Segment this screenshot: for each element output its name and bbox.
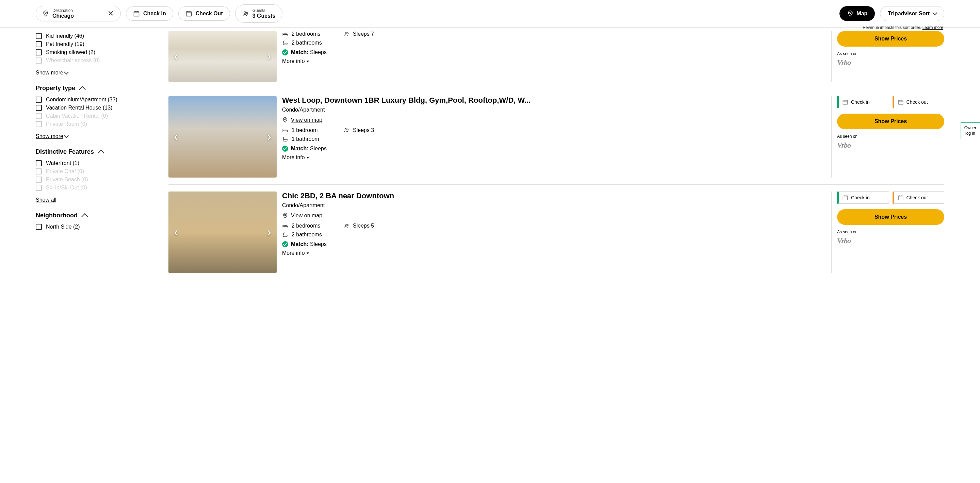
filter-checkbox: Private Room (0) [36, 121, 141, 127]
more-info-toggle[interactable]: More info ▼ [282, 58, 826, 64]
prev-photo-arrow[interactable]: ‹ [170, 46, 181, 67]
check-out-pill[interactable]: Check Out [178, 6, 230, 21]
filter-checkbox[interactable]: Condominium/Apartment (33) [36, 97, 141, 103]
svg-rect-11 [843, 100, 848, 105]
checkbox-label: Pet friendly (19) [46, 41, 84, 47]
match-row: Match: Sleeps [282, 49, 826, 56]
guests-pill[interactable]: Guests 3 Guests [235, 5, 283, 23]
checkbox-icon [36, 176, 42, 183]
checkbox-icon [36, 121, 42, 127]
destination-pill[interactable]: Destination Chicago ✕ [36, 6, 121, 21]
bedrooms-stat: 2 bedrooms [282, 31, 343, 37]
chevron-down-icon [932, 11, 937, 15]
listing-booking: Check in Check out Show PricesAs seen on… [837, 192, 944, 273]
view-on-map-link[interactable]: View on map [282, 213, 826, 219]
svg-point-9 [345, 129, 347, 130]
clear-destination-icon[interactable]: ✕ [108, 9, 114, 18]
listing-photo[interactable]: ‹ › [169, 96, 277, 178]
checkbox-icon [36, 57, 42, 64]
calendar-icon [133, 10, 140, 17]
listing-title[interactable]: West Loop, Downtown 1BR Luxury Bldg, Gym… [282, 96, 826, 105]
guests-value: 3 Guests [253, 13, 275, 19]
check-out-label: Check Out [196, 11, 223, 17]
check-out-field[interactable]: Check out [892, 192, 945, 204]
checkbox-icon [36, 160, 42, 166]
filter-checkbox[interactable]: Smoking allowed (2) [36, 49, 141, 56]
chevron-down-icon [64, 133, 69, 138]
checkbox-label: Vacation Rental House (13) [46, 105, 112, 111]
check-circle-icon [282, 49, 288, 56]
show-more-suitability[interactable]: Show more [36, 70, 68, 76]
check-in-field[interactable]: Check in [837, 96, 889, 108]
map-button[interactable]: Map [840, 6, 875, 21]
prev-photo-arrow[interactable]: ‹ [170, 222, 181, 243]
owner-login-tab[interactable]: Ownerlog in [961, 122, 980, 139]
filter-checkbox[interactable]: Pet friendly (19) [36, 41, 141, 47]
filter-checkbox[interactable]: North Side (2) [36, 224, 141, 230]
checkbox-label: Cabin Vacation Rental (0) [46, 113, 108, 119]
svg-point-8 [285, 119, 286, 120]
next-photo-arrow[interactable]: › [264, 126, 275, 147]
filter-checkbox: Ski In/Ski Out (0) [36, 185, 141, 191]
show-more-property[interactable]: Show more [36, 133, 68, 140]
svg-rect-12 [898, 100, 903, 105]
filter-checkbox: Private Chef (0) [36, 168, 141, 175]
svg-point-6 [345, 32, 347, 34]
listing-title[interactable]: Chic 2BD, 2 BA near Downtown [282, 192, 826, 200]
svg-rect-2 [186, 11, 191, 16]
listing-booking: Check in Check out Show PricesAs seen on… [837, 96, 944, 178]
listing-card: ‹ › Chic 2BD, 2 BA near DowntownCondo/Ap… [169, 185, 944, 280]
match-row: Match: Sleeps [282, 146, 826, 152]
destination-value: Chicago [52, 13, 104, 19]
more-info-toggle[interactable]: More info ▼ [282, 154, 826, 160]
check-circle-icon [282, 146, 288, 152]
sort-button[interactable]: Tripadvisor Sort [880, 6, 944, 21]
svg-point-13 [285, 214, 286, 216]
learn-more-link[interactable]: Learn more [923, 25, 943, 30]
bedrooms-stat: 1 bedroom [282, 127, 343, 133]
checkbox-label: Ski In/Ski Out (0) [46, 185, 87, 191]
check-in-pill[interactable]: Check In [126, 6, 173, 21]
next-photo-arrow[interactable]: › [264, 46, 275, 67]
as-seen-label: As seen on [837, 51, 944, 56]
view-on-map-link[interactable]: View on map [282, 117, 826, 123]
filters-sidebar: Kid friendly (46)Pet friendly (19)Smokin… [36, 31, 141, 280]
pin-icon [42, 10, 49, 17]
as-seen-label: As seen on [837, 230, 944, 234]
filter-checkbox[interactable]: Waterfront (1) [36, 160, 141, 166]
revenue-note: Revenue impacts this sort order. Learn m… [862, 25, 943, 30]
show-prices-button[interactable]: Show Prices [837, 31, 944, 47]
next-photo-arrow[interactable]: › [264, 222, 275, 243]
listing-card: ‹ › 2 bedrooms Sleeps 7 2 bathrooms Matc… [169, 31, 944, 89]
listing-photo[interactable]: ‹ › [169, 192, 277, 273]
checkbox-icon [36, 97, 42, 103]
show-prices-button[interactable]: Show Prices [837, 114, 944, 129]
svg-point-14 [345, 224, 347, 226]
filter-checkbox: Wheelchair access (0) [36, 57, 141, 64]
filter-head-property-type[interactable]: Property type [36, 85, 141, 92]
svg-rect-16 [843, 196, 848, 200]
destination-label: Destination [52, 8, 104, 13]
checkbox-icon [36, 185, 42, 191]
filter-head-distinctive[interactable]: Distinctive Features [36, 148, 141, 156]
bathrooms-stat: 1 bathroom [282, 136, 343, 142]
sleeps-stat: Sleeps 5 [343, 223, 826, 229]
more-info-toggle[interactable]: More info ▼ [282, 250, 826, 256]
chevron-down-icon [64, 70, 69, 75]
guests-label: Guests [253, 8, 275, 13]
listing-photo[interactable]: ‹ › [169, 31, 277, 82]
chevron-up-icon [79, 86, 86, 93]
filter-head-neighborhood[interactable]: Neighborhood [36, 212, 141, 219]
prev-photo-arrow[interactable]: ‹ [170, 126, 181, 147]
show-prices-button[interactable]: Show Prices [837, 209, 944, 225]
chevron-up-icon [98, 150, 105, 156]
filter-checkbox[interactable]: Kid friendly (46) [36, 33, 141, 39]
filter-checkbox[interactable]: Vacation Rental House (13) [36, 105, 141, 111]
svg-point-4 [247, 12, 248, 13]
vrbo-logo: Vrbo [837, 237, 944, 245]
check-in-field[interactable]: Check in [837, 192, 889, 204]
check-out-field[interactable]: Check out [892, 96, 945, 108]
checkbox-icon [36, 33, 42, 39]
as-seen-label: As seen on [837, 134, 944, 139]
show-all-distinctive[interactable]: Show all [36, 197, 56, 203]
